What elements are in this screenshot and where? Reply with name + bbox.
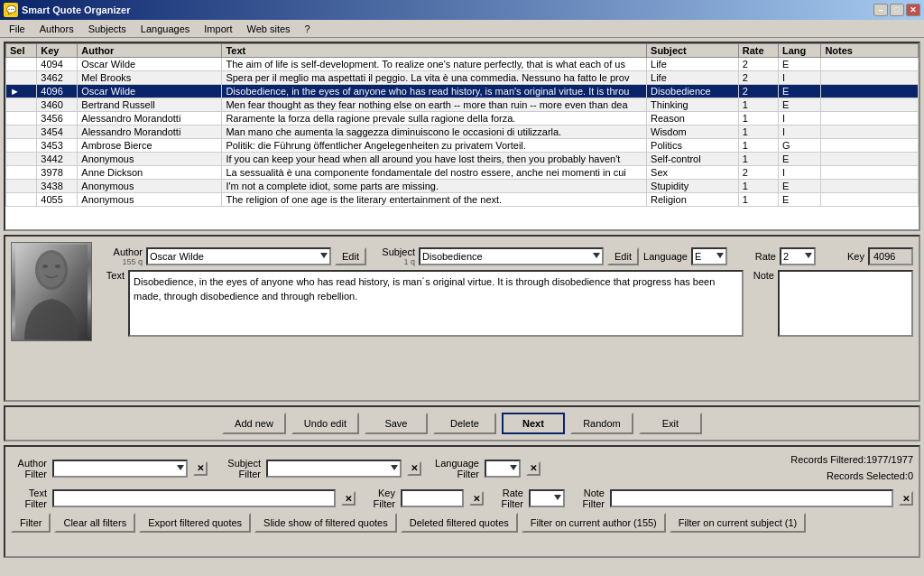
filter-row2: Text Filter ✕ Key Filter ✕ Rate Filter N… [11, 488, 913, 509]
next-button[interactable]: Next [502, 413, 565, 434]
table-row[interactable]: 3442 Anonymous If you can keep your head… [6, 153, 919, 166]
exit-button[interactable]: Exit [639, 413, 702, 434]
cell-lang: I [778, 71, 820, 85]
clear-all-button[interactable]: Clear all filters [54, 513, 135, 533]
rate-filter-combo[interactable] [529, 489, 565, 507]
author-filter-combo[interactable] [52, 460, 188, 478]
rate-combo[interactable]: 2 1 3 [780, 247, 816, 265]
maximize-button[interactable]: □ [890, 4, 904, 16]
cell-author: Alessandro Morandotti [78, 125, 222, 139]
cell-key: 3460 [37, 98, 78, 112]
cell-subject: Self-control [647, 153, 739, 166]
author-combo[interactable]: Oscar Wilde [146, 247, 331, 265]
cell-rate: 2 [738, 85, 778, 98]
cell-lang: E [778, 180, 820, 193]
key-filter-input[interactable] [401, 489, 464, 507]
subject-filter-combo[interactable] [266, 460, 402, 478]
cell-text: Raramente la forza della ragione prevale… [222, 112, 647, 125]
note-filter-clear[interactable]: ✕ [899, 491, 913, 506]
save-button[interactable]: Save [365, 413, 428, 434]
table-row[interactable]: 3454 Alessandro Morandotti Man mano che … [6, 125, 919, 139]
cell-author: Oscar Wilde [78, 85, 222, 98]
cell-subject: Religion [647, 193, 739, 207]
col-subject: Subject [647, 44, 739, 58]
subject-count: 1 q [403, 257, 415, 266]
cell-sel [6, 112, 37, 125]
text-area[interactable]: Disobedience, in the eyes of anyone who … [128, 270, 744, 337]
table-row[interactable]: 4094 Oscar Wilde The aim of life is self… [6, 58, 919, 71]
subject-edit-button[interactable]: Edit [607, 247, 639, 265]
col-key: Key [37, 44, 78, 58]
table-row[interactable]: 3978 Anne Dickson La sessualità è una co… [6, 166, 919, 180]
author-field-row: Author 155 q Oscar Wilde Edit Subject 1 … [97, 246, 913, 266]
table-row[interactable]: 3453 Ambrose Bierce Politik: die Führung… [6, 139, 919, 153]
cell-text: I'm not a complete idiot, some parts are… [222, 180, 647, 193]
menu-web-sites[interactable]: Web sites [240, 22, 298, 36]
table-row[interactable]: 3456 Alessandro Morandotti Raramente la … [6, 112, 919, 125]
cell-subject: Wisdom [647, 125, 739, 139]
menu-help[interactable]: ? [298, 22, 318, 36]
cell-author: Anonymous [78, 193, 222, 207]
filter-author-button[interactable]: Filter on current author (155) [522, 513, 666, 533]
col-lang: Lang [778, 44, 820, 58]
deleted-button[interactable]: Deleted filtered quotes [401, 513, 518, 533]
key-filter-clear[interactable]: ✕ [469, 491, 484, 506]
cell-sel [6, 193, 37, 207]
cell-text: The aim of life is self-development. To … [222, 58, 647, 71]
text-filter-clear[interactable]: ✕ [341, 491, 356, 506]
menu-import[interactable]: Import [197, 22, 239, 36]
table-row[interactable]: 3462 Mel Brooks Spera per il meglio ma a… [6, 71, 919, 85]
note-filter-label1: Note [584, 488, 605, 498]
cell-rate: 2 [738, 58, 778, 71]
svg-point-3 [42, 265, 48, 268]
table-row[interactable]: 3460 Bertrand Russell Men fear thought a… [6, 98, 919, 112]
text-filter-label2: Filter [25, 498, 47, 509]
cell-subject: Disobedience [647, 85, 739, 98]
cell-lang: E [778, 153, 820, 166]
detail-top-row: Author 155 q Oscar Wilde Edit Subject 1 … [11, 242, 913, 341]
cell-text: The religion of one age is the literary … [222, 193, 647, 207]
slide-show-button[interactable]: Slide show of filtered quotes [254, 513, 397, 533]
author-label: Author [97, 246, 143, 257]
detail-section: Author 155 q Oscar Wilde Edit Subject 1 … [4, 235, 920, 402]
menu-file[interactable]: File [2, 22, 32, 36]
note-area[interactable] [778, 270, 913, 337]
key-label: Key [819, 251, 864, 262]
cell-lang: I [778, 125, 820, 139]
key-field[interactable] [868, 247, 913, 265]
undo-edit-button[interactable]: Undo edit [291, 413, 359, 434]
export-button[interactable]: Export filtered quotes [139, 513, 251, 533]
filter-subject-button[interactable]: Filter on current subject (1) [670, 513, 806, 533]
language-filter-clear[interactable]: ✕ [526, 461, 541, 476]
author-edit-button[interactable]: Edit [335, 247, 366, 265]
cell-key: 4055 [37, 193, 78, 207]
cell-notes [821, 139, 919, 153]
minimize-button[interactable]: – [873, 4, 888, 16]
cell-subject: Reason [647, 112, 739, 125]
text-filter-label1: Text [29, 488, 47, 498]
table-row[interactable]: 3438 Anonymous I'm not a complete idiot,… [6, 180, 919, 193]
menu-authors[interactable]: Authors [32, 22, 81, 36]
filter-button[interactable]: Filter [11, 513, 51, 533]
col-author: Author [78, 44, 222, 58]
language-filter-combo[interactable] [485, 460, 521, 478]
cell-sel [6, 71, 37, 85]
author-filter-clear[interactable]: ✕ [193, 461, 208, 476]
language-combo[interactable]: E I G [691, 247, 727, 265]
menu-subjects[interactable]: Subjects [81, 22, 134, 36]
note-filter-input[interactable] [610, 489, 893, 507]
add-new-button[interactable]: Add new [222, 413, 286, 434]
title-bar: 💬 Smart Quote Organizer – □ ✕ [0, 0, 924, 20]
subject-filter-label1: Subject [227, 458, 261, 469]
random-button[interactable]: Random [570, 413, 633, 434]
text-filter-input[interactable] [52, 489, 336, 507]
menu-languages[interactable]: Languages [134, 22, 197, 36]
subject-combo[interactable]: Disobedience [419, 247, 604, 265]
subject-filter-clear[interactable]: ✕ [407, 461, 421, 476]
table-wrapper[interactable]: Sel Key Author Text Subject Rate Lang No… [5, 43, 919, 229]
delete-button[interactable]: Delete [433, 413, 496, 434]
cell-text: Politik: die Führung öffentlicher Angele… [222, 139, 647, 153]
table-row[interactable]: 4055 Anonymous The religion of one age i… [6, 193, 919, 207]
table-row[interactable]: ► 4096 Oscar Wilde Disobedience, in the … [6, 85, 919, 98]
close-button[interactable]: ✕ [906, 4, 920, 16]
